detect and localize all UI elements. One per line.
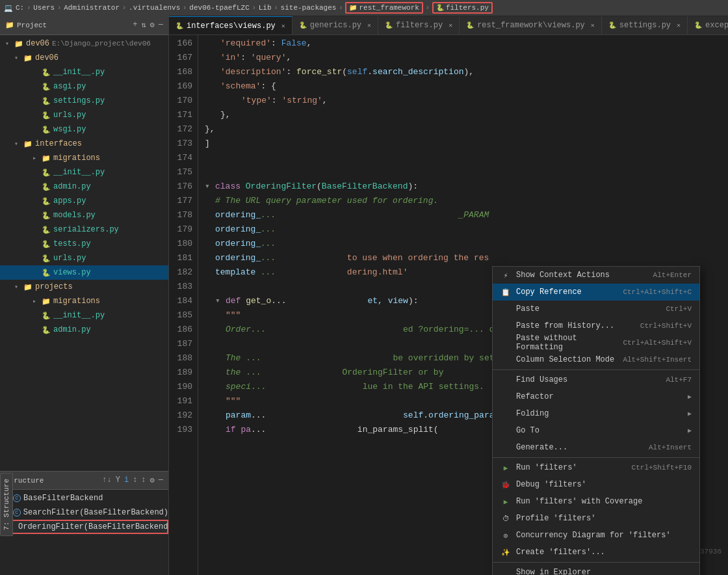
tab-rest-views[interactable]: 🐍 rest_framework\views.py ✕ [460,16,602,34]
tree-item-init[interactable]: 🐍 __init__.py [0,65,168,79]
tab-generics[interactable]: 🐍 generics.py ✕ [292,16,378,34]
ctx-copy-reference[interactable]: 📋 Copy Reference Ctrl+Alt+Shift+C [493,284,699,301]
tree-item-settings[interactable]: 🐍 settings.py [0,94,168,108]
py-icon: 🐍 [466,21,474,29]
context-menu: ⚡ Show Context Actions Alt+Enter 📋 Copy … [492,266,700,575]
tree-item-interfaces-urls[interactable]: 🐍 urls.py [0,251,168,265]
settings-icon[interactable]: ⚙ [150,475,155,485]
ctx-show-context-actions[interactable]: ⚡ Show Context Actions Alt+Enter [493,267,699,284]
tree-item-apps[interactable]: 🐍 apps.py [0,194,168,208]
ctx-find-usages[interactable]: Find Usages Alt+F7 [493,371,699,388]
py-icon: 🐍 [42,111,51,120]
tree-arrow [32,297,42,305]
ctx-show-in-explorer[interactable]: Show in Explorer [493,564,699,575]
context-actions-icon: ⚡ [500,271,511,280]
ctx-create-filters[interactable]: ✨ Create 'filters'... [493,544,699,561]
tree-item-urls[interactable]: 🐍 urls.py [0,108,168,122]
coverage-icon: ▶ [500,498,511,506]
breadcrumb-admin: Administrator [64,4,120,12]
close-tab-icon[interactable]: ✕ [677,21,681,29]
tree-item-migrations[interactable]: 📁 migrations [0,151,168,165]
structure-item-orderingfilter[interactable]: c OrderingFilter(BaseFilterBackend) [0,520,168,534]
breadcrumb-filters-py: 🐍 filters.py [432,2,493,14]
tree-item-interfaces[interactable]: 📁 interfaces [0,137,168,151]
tree-item-interfaces-init[interactable]: 🐍 __init__.py [0,165,168,180]
panel-icons: + ⇅ ⚙ — [133,20,163,30]
ctx-refactor[interactable]: Refactor ▶ [493,388,699,405]
breadcrumb-virtualenvs: .virtualenvs [129,4,180,12]
tab-filters[interactable]: 🐍 filters.py ✕ [378,16,460,34]
ctx-paste[interactable]: Paste Ctrl+V [493,301,699,317]
ctx-paste-history[interactable]: Paste from History... Ctrl+Shift+V [493,317,699,334]
breadcrumb-bar: 💻 C: › Users › Administrator › .virtuale… [0,0,728,16]
collapse-icon[interactable]: ↕ [141,475,146,485]
tree-item-models[interactable]: 🐍 models.py [0,208,168,222]
create-icon: ✨ [500,548,511,557]
close-tab-icon[interactable]: ✕ [367,21,371,29]
sort-asc-icon[interactable]: ↑↓ [102,475,111,485]
close-tab-icon[interactable]: ✕ [448,21,452,29]
tree-item-views[interactable]: 🐍 views.py [0,265,168,280]
vertical-structure-tab[interactable]: 7: Structure [0,473,13,536]
ctx-profile-filters[interactable]: ⏱ Profile 'filters' [493,510,699,527]
ctx-concurrency[interactable]: ⊙ Concurrency Diagram for 'filters' [493,527,699,544]
close-tab-icon[interactable]: ✕ [591,21,595,29]
expand-icon[interactable]: ↕ [133,475,137,485]
add-icon[interactable]: + [133,20,137,30]
sort-icon[interactable]: ⇅ [141,20,146,30]
breadcrumb-rest-framework: 📁 rest_framework [345,2,422,14]
py-icon: 🐍 [42,269,51,277]
tree-item-dev06-root[interactable]: 📁 dev06 E:\Django_project\dev06 [0,36,168,51]
tree-item-serializers[interactable]: 🐍 serializers.py [0,222,168,237]
info-icon[interactable]: i [124,475,129,485]
tree-item-wsgi[interactable]: 🐍 wsgi.py [0,122,168,137]
ctx-generate[interactable]: Generate... Alt+Insert [493,439,699,456]
tree-item-admin[interactable]: 🐍 admin.py [0,180,168,194]
structure-item-searchfilter[interactable]: c SearchFilter(BaseFilterBackend) [0,505,168,520]
minimize-structure-icon[interactable]: — [159,475,163,485]
tree-arrow [14,54,23,62]
folder-icon: 📁 [14,40,23,48]
tree-item-projects[interactable]: 📁 projects [0,280,168,294]
code-editor: 166 167 168 169 170 171 172 173 174 175 … [169,35,728,575]
ctx-run-coverage[interactable]: ▶ Run 'filters' with Coverage [493,493,699,510]
breadcrumb-site-packages: site-packages [281,4,337,12]
code-line-168: 'description': force_str(self.search_des… [205,65,728,79]
ctx-debug-filters[interactable]: 🐞 Debug 'filters' [493,476,699,493]
py-icon: 🐍 [42,240,51,248]
tree-item-dev06[interactable]: 📁 dev06 [0,51,168,65]
folder-icon: 📁 [42,297,51,306]
code-line-166: 'required': False, [205,36,728,51]
tree-item-projects-init[interactable]: 🐍 __init__.py [0,308,168,323]
tab-interfaces-views[interactable]: 🐍 interfaces\views.py ✕ [169,16,292,34]
py-icon: 🐍 [299,21,307,29]
py-icon: 🐍 [42,254,51,263]
ctx-paste-no-format[interactable]: Paste without Formatting Ctrl+Alt+Shift+… [493,334,699,351]
ctx-sep-3 [493,562,699,563]
editor-area: 🐍 interfaces\views.py ✕ 🐍 generics.py ✕ … [169,16,728,575]
breadcrumb-c: C: [16,4,24,12]
tree-item-tests[interactable]: 🐍 tests.py [0,237,168,251]
tree-item-projects-admin[interactable]: 🐍 admin.py [0,323,168,337]
filter-icon[interactable]: Y [116,475,120,485]
ctx-folding[interactable]: Folding ▶ [493,405,699,422]
py-icon: 🐍 [42,197,51,206]
structure-item-basefilter[interactable]: c BaseFilterBackend [0,491,168,505]
code-line-181: ordering_... to use when ordering the re… [205,251,728,265]
minimize-icon[interactable]: — [159,20,163,30]
ctx-run-filters[interactable]: ▶ Run 'filters' Ctrl+Shift+F10 [493,459,699,476]
settings-icon[interactable]: ⚙ [150,20,155,30]
tree-item-asgi[interactable]: 🐍 asgi.py [0,79,168,94]
close-tab-icon[interactable]: ✕ [281,22,285,30]
code-line-169: 'schema': { [205,79,728,94]
tab-exception[interactable]: 🐍 exception.py ✕ [688,16,728,34]
project-tree: 📁 dev06 E:\Django_project\dev06 📁 dev06 … [0,35,168,471]
code-line-170: 'type': 'string', [205,94,728,108]
code-line-177: # The URL query parameter used for order… [205,194,728,208]
tab-settings[interactable]: 🐍 settings.py ✕ [602,16,688,34]
tree-item-projects-migrations[interactable]: 📁 migrations [0,294,168,308]
ctx-column-selection[interactable]: Column Selection Mode Alt+Shift+Insert [493,351,699,368]
structure-panel: Structure ↑↓ Y i ↕ ↕ ⚙ — c BaseFilterBac… [0,471,168,575]
tree-arrow [14,140,23,148]
ctx-goto[interactable]: Go To ▶ [493,422,699,439]
